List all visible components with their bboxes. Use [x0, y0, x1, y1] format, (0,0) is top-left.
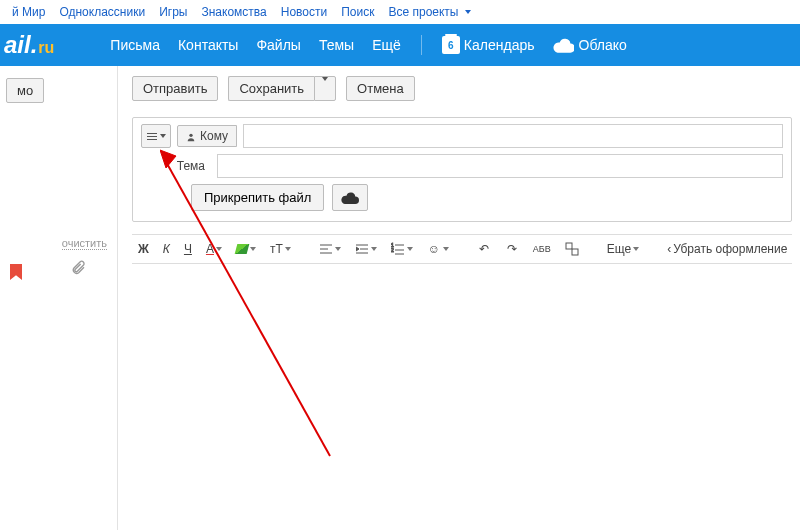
undo-icon: ↶ — [477, 242, 491, 256]
top-link-dating[interactable]: Знакомства — [201, 5, 266, 19]
svg-rect-12 — [566, 243, 572, 249]
top-link-all-projects[interactable]: Все проекты — [388, 5, 470, 19]
compose-area: Отправить Сохранить Отмена Кому — [118, 66, 800, 530]
more-formatting-button[interactable]: Еще — [605, 241, 641, 257]
person-icon — [186, 131, 196, 141]
highlight-button[interactable] — [234, 243, 258, 255]
top-link-games[interactable]: Игры — [159, 5, 187, 19]
svg-rect-13 — [572, 249, 578, 255]
to-label: Кому — [200, 129, 228, 143]
chevron-down-icon — [465, 10, 471, 14]
logo-dot: . — [31, 31, 38, 59]
logo-ru: ru — [38, 39, 54, 57]
font-size-button[interactable]: тT — [268, 241, 293, 257]
send-button[interactable]: Отправить — [132, 76, 218, 101]
save-button[interactable]: Сохранить — [228, 76, 314, 101]
sidebar: мо очистить — [0, 66, 118, 530]
workarea: мо очистить Отправить Сохранить Отмена — [0, 66, 800, 530]
indent-icon — [355, 242, 369, 256]
top-link-my[interactable]: й Мир — [12, 5, 45, 19]
save-dropdown[interactable] — [314, 76, 336, 101]
list-button[interactable]: 12 — [389, 241, 415, 257]
bold-button[interactable]: Ж — [136, 241, 151, 257]
emoji-button[interactable]: ☺ — [425, 241, 451, 257]
subject-input[interactable] — [217, 154, 783, 178]
hamburger-icon — [147, 131, 157, 142]
underline-button[interactable]: Ч — [182, 241, 194, 257]
top-link-search[interactable]: Поиск — [341, 5, 374, 19]
save-splitbutton: Сохранить — [228, 76, 336, 101]
svg-text:2: 2 — [391, 247, 394, 253]
to-field-button[interactable]: Кому — [177, 125, 237, 147]
logo-text: ail — [4, 31, 31, 59]
spellcheck-button[interactable]: АБВ — [531, 243, 553, 255]
compose-box: Кому Тема Прикрепить файл — [132, 117, 792, 222]
cloud-icon — [341, 192, 359, 204]
paperclip-icon[interactable] — [70, 260, 86, 280]
subject-label: Тема — [141, 159, 211, 173]
italic-button[interactable]: К — [161, 241, 172, 257]
portal-topbar: й Мир Одноклассники Игры Знакомства Ново… — [0, 0, 800, 24]
translit-button[interactable] — [563, 241, 581, 257]
remove-formatting-button[interactable]: ‹ Убрать оформление — [665, 241, 789, 257]
list-icon: 12 — [391, 242, 405, 256]
logo: ail.ru — [0, 31, 70, 59]
attach-file-button[interactable]: Прикрепить файл — [191, 184, 324, 211]
nav-cloud-label: Облако — [579, 37, 627, 53]
nav-files[interactable]: Файлы — [256, 37, 300, 53]
text-color-button[interactable]: A — [204, 241, 224, 257]
header-bar: ail.ru Письма Контакты Файлы Темы Ещё 6 … — [0, 24, 800, 66]
chevron-down-icon — [322, 77, 328, 96]
nav-separator — [421, 35, 422, 55]
top-link-ok[interactable]: Одноклассники — [59, 5, 145, 19]
marker-icon — [235, 244, 250, 254]
top-link-news[interactable]: Новости — [281, 5, 327, 19]
attach-from-cloud-button[interactable] — [332, 184, 368, 211]
all-projects-label: Все проекты — [388, 5, 458, 19]
nav-more[interactable]: Ещё — [372, 37, 401, 53]
align-icon — [319, 242, 333, 256]
redo-button[interactable]: ↷ — [503, 241, 521, 257]
bookmark-icon[interactable] — [10, 264, 22, 280]
nav-themes[interactable]: Темы — [319, 37, 354, 53]
sidebar-fragment-button[interactable]: мо — [6, 78, 44, 103]
nav-cloud[interactable]: Облако — [553, 37, 627, 53]
to-input[interactable] — [243, 124, 783, 148]
chevron-down-icon — [160, 134, 166, 138]
translit-icon — [565, 242, 579, 256]
nav-calendar-label: Календарь — [464, 37, 535, 53]
cancel-button[interactable]: Отмена — [346, 76, 415, 101]
format-toolbar: Ж К Ч A тT 12 ☺ ↶ ↷ АБВ Еще ‹ Убрать офо… — [132, 234, 792, 264]
nav-calendar[interactable]: 6 Календарь — [442, 36, 535, 54]
redo-icon: ↷ — [505, 242, 519, 256]
sidebar-clear[interactable]: очистить — [0, 237, 117, 249]
fields-menu-toggle[interactable] — [141, 124, 171, 148]
nav-contacts[interactable]: Контакты — [178, 37, 238, 53]
indent-button[interactable] — [353, 241, 379, 257]
nav-letters[interactable]: Письма — [110, 37, 160, 53]
action-row: Отправить Сохранить Отмена — [132, 76, 792, 101]
undo-button[interactable]: ↶ — [475, 241, 493, 257]
svg-point-0 — [189, 134, 192, 137]
cloud-icon — [553, 38, 575, 52]
main-nav: Письма Контакты Файлы Темы Ещё 6 Календа… — [110, 35, 626, 55]
align-button[interactable] — [317, 241, 343, 257]
calendar-icon: 6 — [442, 36, 460, 54]
emoji-icon: ☺ — [427, 242, 441, 256]
